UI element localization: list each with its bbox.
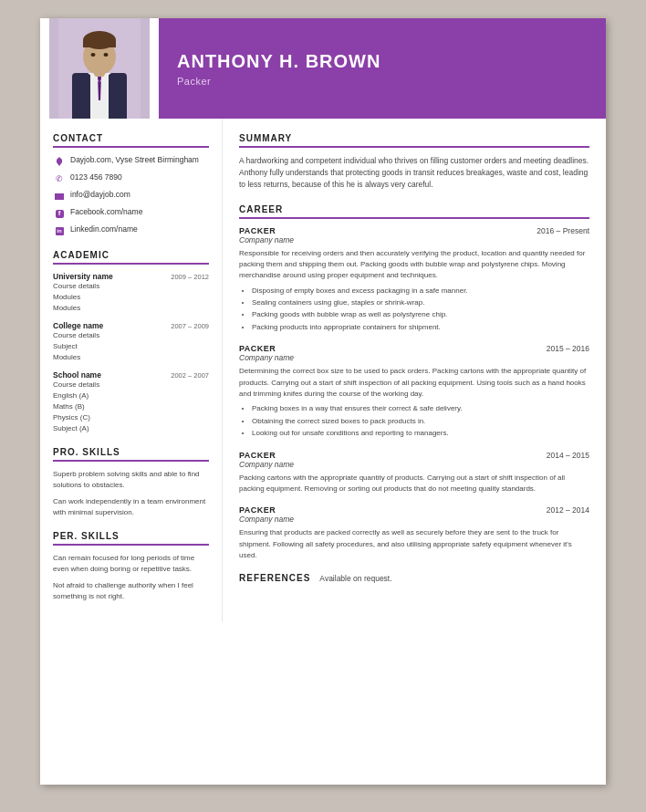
profile-photo: [49, 18, 150, 119]
career-1-company: Company name: [239, 235, 589, 245]
contact-facebook: f Facebook.com/name: [53, 207, 209, 220]
per-skill-2: Not afraid to challenge authority when I…: [53, 580, 209, 602]
svg-rect-7: [83, 40, 116, 47]
references-label: REFERENCES: [239, 573, 310, 583]
pro-skill-1: Superb problem solving skills and able t…: [53, 469, 209, 491]
list-item: Sealing containers using glue, staples o…: [252, 297, 589, 308]
photo-area: [40, 18, 159, 119]
page-wrapper: ANTHONY H. BROWN Packer CONTACT Dayjob.c…: [0, 0, 646, 812]
list-item: Disposing of empty boxes and excess pack…: [252, 286, 589, 297]
left-column: CONTACT Dayjob.com, Vyse Street Birmingh…: [40, 119, 223, 622]
pro-skills-section-title: PRO. SKILLS: [53, 447, 209, 462]
college-dates: 2007 – 2009: [171, 322, 209, 330]
linkedin-icon: in: [53, 224, 66, 237]
candidate-title: Packer: [177, 76, 588, 87]
svg-point-8: [91, 53, 96, 57]
academic-entry-school: School name 2002 – 2007 Course details E…: [53, 370, 209, 434]
academic-entry-college: College name 2007 – 2009 Course details …: [53, 321, 209, 363]
summary-text: A hardworking and competent individual w…: [239, 155, 589, 192]
school-details: Course details English (A) Maths (B) Phy…: [53, 380, 209, 434]
phone-text: 0123 456 7890: [70, 172, 122, 183]
address-text: Dayjob.com, Vyse Street Birmingham: [70, 155, 199, 166]
career-entry-4: PACKER 2012 – 2014 Company name Ensuring…: [239, 505, 589, 561]
career-section-title: CAREER: [239, 204, 589, 219]
career-4-desc: Ensuring that products are packed correc…: [239, 527, 589, 561]
email-icon: [53, 190, 66, 203]
career-1-desc: Responsible for receiving orders and the…: [239, 248, 589, 282]
svg-point-9: [104, 53, 109, 57]
university-name: University name: [53, 272, 113, 281]
career-3-title: PACKER: [239, 451, 276, 460]
career-1-title: PACKER: [239, 226, 276, 235]
facebook-icon: f: [53, 207, 66, 220]
university-dates: 2009 – 2012: [171, 273, 209, 281]
summary-section-title: SUMMARY: [239, 133, 589, 148]
list-item: Packing products into appropriate contai…: [252, 322, 589, 333]
college-name: College name: [53, 321, 103, 330]
career-2-company: Company name: [239, 353, 589, 362]
list-item: Obtaining the correct sized boxes to pac…: [252, 416, 589, 427]
career-4-company: Company name: [239, 515, 589, 524]
career-3-dates: 2014 – 2015: [547, 451, 589, 460]
career-2-dates: 2015 – 2016: [547, 344, 589, 353]
contact-linkedin: in Linkedin.com/name: [53, 224, 209, 237]
list-item: Packing goods with bubble wrap as well a…: [252, 309, 589, 320]
references-text: Available on request.: [319, 574, 391, 583]
per-skills-section-title: PER. SKILLS: [53, 531, 209, 546]
references-section: REFERENCES Available on request.: [239, 573, 589, 583]
career-entry-2: PACKER 2015 – 2016 Company name Determin…: [239, 344, 589, 439]
pin-icon: [53, 155, 66, 168]
right-column: SUMMARY A hardworking and competent indi…: [223, 119, 606, 622]
academic-section-title: ACADEMIC: [53, 250, 209, 265]
list-item: Looking out for unsafe conditions and re…: [252, 428, 589, 439]
career-2-title: PACKER: [239, 344, 276, 353]
facebook-text: Facebook.com/name: [70, 207, 142, 218]
school-dates: 2002 – 2007: [171, 371, 209, 380]
email-text: info@dayjob.com: [70, 190, 130, 201]
career-entry-3: PACKER 2014 – 2015 Company name Packing …: [239, 451, 589, 495]
career-4-dates: 2012 – 2014: [547, 505, 589, 515]
career-2-bullets: Packing boxes in a way that ensures thei…: [239, 403, 589, 439]
career-3-company: Company name: [239, 460, 589, 469]
header-info: ANTHONY H. BROWN Packer: [159, 18, 606, 119]
phone-icon: ✆: [53, 172, 66, 185]
career-3-desc: Packing cartons with the appropriate qua…: [239, 473, 589, 495]
resume-header: ANTHONY H. BROWN Packer: [40, 18, 606, 119]
career-4-title: PACKER: [239, 505, 276, 515]
career-1-dates: 2016 – Present: [537, 226, 589, 235]
per-skill-1: Can remain focused for long periods of t…: [53, 553, 209, 575]
career-2-desc: Determining the correct box size to be u…: [239, 366, 589, 400]
academic-entry-university: University name 2009 – 2012 Course detai…: [53, 272, 209, 314]
list-item: Packing boxes in a way that ensures thei…: [252, 403, 589, 414]
pro-skill-2: Can work independently in a team environ…: [53, 496, 209, 518]
resume-document: ANTHONY H. BROWN Packer CONTACT Dayjob.c…: [40, 18, 606, 785]
linkedin-text: Linkedin.com/name: [70, 224, 138, 235]
school-name: School name: [53, 370, 101, 380]
resume-body: CONTACT Dayjob.com, Vyse Street Birmingh…: [40, 119, 606, 622]
university-details: Course details Modules Modules: [53, 281, 209, 314]
career-1-bullets: Disposing of empty boxes and excess pack…: [239, 286, 589, 334]
candidate-name: ANTHONY H. BROWN: [177, 51, 588, 72]
contact-phone: ✆ 0123 456 7890: [53, 172, 209, 185]
contact-section-title: CONTACT: [53, 133, 209, 148]
contact-email: info@dayjob.com: [53, 190, 209, 203]
career-entry-1: PACKER 2016 – Present Company name Respo…: [239, 226, 589, 334]
college-details: Course details Subject Modules: [53, 330, 209, 363]
contact-address: Dayjob.com, Vyse Street Birmingham: [53, 155, 209, 168]
